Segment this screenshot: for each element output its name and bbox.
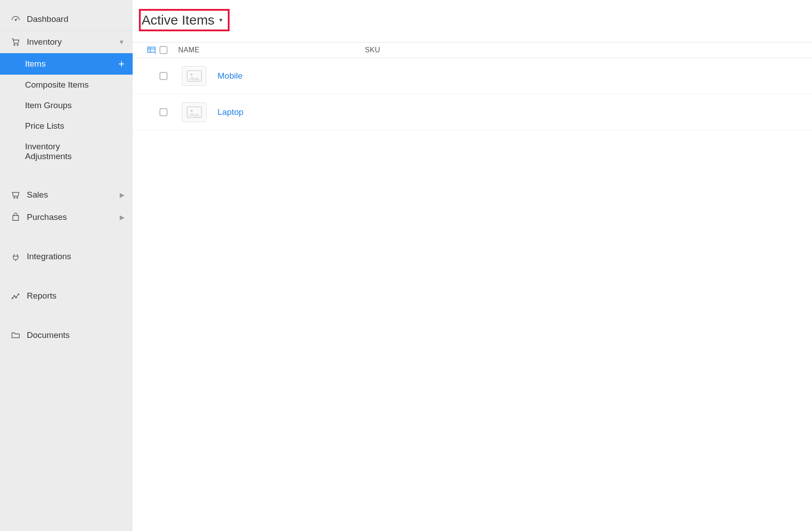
plug-icon (10, 251, 21, 262)
svg-point-3 (14, 197, 15, 198)
sidebar-item-label: Integrations (27, 252, 125, 261)
svg-point-4 (17, 197, 17, 198)
sidebar-item-purchases[interactable]: Purchases ▶ (0, 206, 133, 228)
page-title-dropdown[interactable]: Active Items ▼ (139, 9, 230, 31)
sidebar-item-label: Sales (27, 190, 120, 200)
sidebar-item-price-lists[interactable]: Price Lists (0, 116, 133, 136)
item-name-link[interactable]: Mobile (218, 71, 243, 80)
table-header: NAME SKU (133, 42, 812, 58)
select-all-checkbox[interactable] (159, 46, 167, 54)
sidebar-item-label: Items (25, 59, 118, 69)
sidebar-item-label: Reports (27, 291, 125, 301)
svg-point-11 (190, 74, 193, 76)
folder-icon (10, 329, 21, 341)
sidebar-item-label: Composite Items (25, 80, 125, 90)
cart-icon (10, 36, 21, 48)
sidebar-item-documents[interactable]: Documents (0, 324, 133, 346)
chart-icon (10, 290, 21, 302)
table-body: Mobile Laptop (133, 58, 812, 131)
sidebar-item-label: Inventory (27, 37, 118, 47)
columns-toggle-icon[interactable] (147, 46, 156, 54)
item-name-link[interactable]: Laptop (218, 107, 243, 117)
svg-point-2 (17, 44, 18, 45)
chevron-right-icon: ▶ (120, 214, 125, 221)
sidebar-item-label: Price Lists (25, 121, 125, 131)
sidebar-item-label: Item Groups (25, 101, 125, 110)
bag-icon (10, 211, 21, 223)
caret-down-icon: ▼ (218, 17, 223, 23)
sidebar-item-integrations[interactable]: Integrations (0, 245, 133, 268)
sidebar-item-composite-items[interactable]: Composite Items (0, 75, 133, 95)
table-row[interactable]: Laptop (133, 94, 812, 131)
svg-point-13 (190, 110, 193, 112)
title-bar: Active Items ▼ (133, 0, 812, 42)
sidebar-item-dashboard[interactable]: Dashboard (0, 8, 133, 30)
svg-rect-9 (148, 47, 155, 52)
page-title: Active Items (142, 13, 214, 28)
gauge-icon (10, 13, 21, 25)
sidebar-item-label: Documents (27, 330, 125, 340)
sidebar-item-label: Dashboard (27, 14, 125, 24)
sidebar-item-inventory-adjustments[interactable]: Inventory Adjustments (0, 136, 133, 167)
sidebar-item-label: Purchases (27, 212, 120, 222)
svg-point-1 (14, 44, 15, 45)
row-checkbox[interactable] (159, 72, 167, 80)
chevron-down-icon: ▼ (118, 38, 125, 46)
image-placeholder-icon (182, 102, 206, 122)
sidebar-item-items[interactable]: Items + (0, 53, 133, 75)
sidebar-item-reports[interactable]: Reports (0, 285, 133, 307)
plus-icon[interactable]: + (118, 59, 125, 69)
main-content: Active Items ▼ NAME SKU Mobile (133, 0, 812, 531)
sidebar-item-label: Inventory Adjustments (25, 142, 101, 161)
svg-point-5 (12, 298, 13, 299)
sidebar-item-item-groups[interactable]: Item Groups (0, 95, 133, 116)
shopping-cart-icon (10, 189, 21, 201)
chevron-right-icon: ▶ (120, 191, 125, 198)
table-row[interactable]: Mobile (133, 58, 812, 94)
sidebar-item-sales[interactable]: Sales ▶ (0, 184, 133, 206)
sidebar: Dashboard Inventory ▼ Items + Composite … (0, 0, 133, 531)
inventory-subnav: Items + Composite Items Item Groups Pric… (0, 53, 133, 167)
image-placeholder-icon (182, 66, 206, 86)
column-header-sku[interactable]: SKU (365, 46, 812, 54)
row-checkbox[interactable] (159, 108, 167, 116)
sidebar-item-inventory[interactable]: Inventory ▼ (0, 30, 133, 53)
column-header-name[interactable]: NAME (177, 46, 365, 54)
